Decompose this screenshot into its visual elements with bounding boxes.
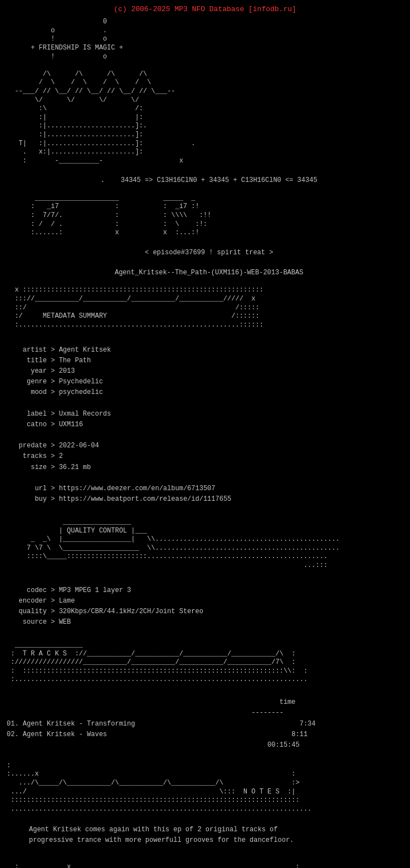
title-value: The Path [59,357,91,364]
buy-value: https://www.beatport.com/release/id/1117… [59,495,232,503]
tracks-border: _________________ : T R A C K S ://_____… [7,633,403,685]
codec-label: codec [27,586,47,594]
title-label: title [27,357,47,364]
track-01: 01. Agent Kritsek - Transforming 7:34 [7,720,316,728]
release-name: Agent_Kritsek--The_Path-(UXM116)-WEB-201… [7,258,403,278]
quality-value: 320Kbps/CBR/44.1kHz/2CH/Joint Stereo [59,608,203,615]
url-value: https://www.deezer.com/en/album/6713507 [59,485,216,492]
genre-value: Psychedelic [59,378,103,386]
year-label: year [31,367,47,375]
notes-border: : :......x : .../\_____/\___________/\__… [7,753,403,813]
site-header: (c) 2006-2025 MP3 NFO Database [infodb.r… [7,4,403,14]
episode-line: < episode#37699 ! spirit treat > [7,238,403,258]
predate-label: predate [19,442,47,450]
size-value: 36.21 mb [59,463,91,471]
label-value: Uxmal Records [59,410,111,418]
label-label: label [27,410,47,418]
catno-label: catno [27,421,47,428]
tracks-label: tracks [23,452,47,460]
artist-value: Agent Kritsek [59,346,111,354]
artist-label: artist [23,346,47,354]
tracks-value: 2 [59,452,63,460]
site-title: (c) 2006-2025 MP3 NFO Database [infodb.r… [114,5,296,13]
quality-border: _________________ | QUALITY CONTROL |___… [7,509,403,570]
footer-ascii-art: : x : :..........: : :<.-------/ [7,846,403,868]
friendship-ascii-art: 0 o . ! o + FRIENDSHIP IS MAGIC + ! o /\… [7,18,403,165]
predate-value: 2022-06-04 [59,442,99,450]
metadata-section: artist > Agent Kritsek title > The Path … [7,334,403,505]
mood-label: mood [31,388,47,396]
encoder-label: encoder [19,597,47,605]
tracks-table: time -------- 01. Agent Kritsek - Transf… [7,687,403,751]
chemical-formula: . 34345 => C13H16ClN0 + 34345 + C13H16Cl… [7,165,403,185]
encoder-value: Lame [59,597,75,605]
url-label: url [35,485,47,492]
track-02: 02. Agent Kritsek - Waves 8:11 [7,731,308,738]
total-time: 00:15:45 [267,741,300,749]
source-label: source [23,618,47,626]
mood-value: psychedelic [59,388,103,396]
genre-label: genre [27,378,47,386]
buy-label: buy [35,495,47,503]
catno-value: UXM116 [59,421,83,428]
divider-art-1: _____________________ _____ _ : _i7 : : … [7,185,403,238]
quality-section: codec > MP3 MPEG 1 layer 3 encoder > Lam… [7,575,403,628]
year-value: 2013 [59,367,75,375]
metadata-border-top: x ::::::::::::::::::::::::::::::::::::::… [7,278,403,330]
size-label: size [31,463,47,471]
quality-label: quality [19,608,47,615]
notes-text: Agent Kritsek comes again with this ep o… [7,813,403,846]
source-value: WEB [59,618,71,626]
codec-value: MP3 MPEG 1 layer 3 [59,586,131,594]
